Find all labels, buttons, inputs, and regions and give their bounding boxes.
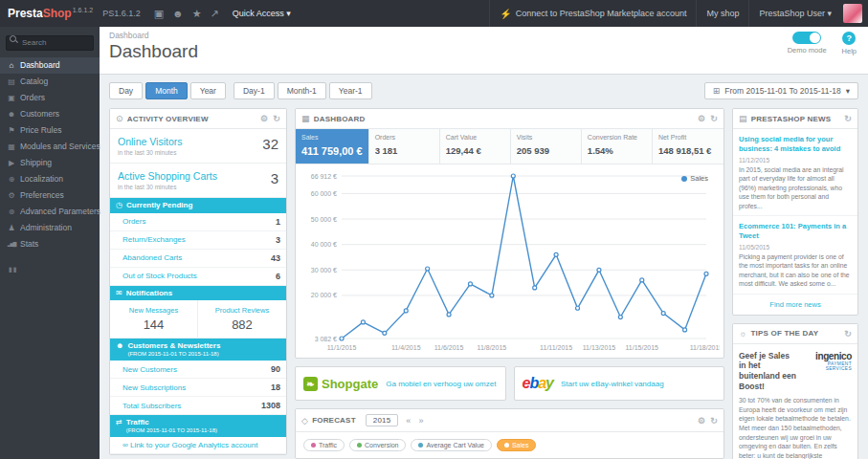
svg-text:66 912 €: 66 912 € <box>311 173 337 180</box>
refresh-icon[interactable]: ↻ <box>844 329 852 339</box>
active-carts-link[interactable]: Active Shopping Carts <box>118 170 217 182</box>
out-of-stock-link[interactable]: Out of Stock Products <box>122 272 197 280</box>
find-more-news-link[interactable]: Find more news <box>733 295 857 315</box>
total-subscribers-link[interactable]: Total Subscribers <box>122 402 181 410</box>
user-menu[interactable]: PrestaShop User ▾ <box>748 0 841 27</box>
star-icon[interactable]: ★ <box>192 8 202 20</box>
active-carts-stat: Active Shopping Carts in the last 30 min… <box>110 164 286 198</box>
new-messages-cell[interactable]: New Messages 144 <box>110 300 198 338</box>
catalog-icon: ▤ <box>7 77 16 86</box>
activity-icon: ⊙ <box>116 114 123 123</box>
abandoned-carts-link[interactable]: Abandoned Carts <box>122 253 182 262</box>
news-article: Using social media for your business: 4 … <box>733 129 857 216</box>
legend-label: Sales <box>690 174 708 183</box>
quick-access-dropdown[interactable]: Quick Access ▾ <box>233 9 291 18</box>
date-range-picker[interactable]: ⊞ From 2015-11-01 To 2015-11-18 ▾ <box>704 82 858 99</box>
kpi-orders[interactable]: Orders 3 181 <box>369 129 440 164</box>
logo-text-accent: Shop <box>43 7 72 20</box>
gear-icon[interactable]: ⚙ <box>698 416 705 426</box>
marketplace-link[interactable]: ⚡ Connect to PrestaShop Marketplace acco… <box>489 0 696 27</box>
traffic-subtitle: (FROM 2015-11-01 TO 2015-11-18) <box>126 427 217 434</box>
gear-icon[interactable]: ⚙ <box>260 114 268 123</box>
refresh-icon[interactable]: ↻ <box>844 114 852 123</box>
avatar[interactable] <box>843 4 862 23</box>
stats-arrow-icon[interactable]: ↗ <box>211 8 219 20</box>
new-subscriptions-link[interactable]: New Subscriptions <box>122 383 186 392</box>
forecast-chip-traffic[interactable]: Traffic <box>303 439 345 451</box>
sidebar-item-customers[interactable]: ☻ Customers <box>0 106 100 122</box>
localization-icon: ⊕ <box>7 175 16 184</box>
sidebar-item-preferences[interactable]: ⚙ Preferences <box>0 187 100 204</box>
sidebar-collapse-button[interactable]: ▮▮ <box>9 266 91 273</box>
kpi-conversion-rate[interactable]: Conversion Rate 1.54% <box>582 129 653 164</box>
period-month-button[interactable]: Month <box>145 82 188 99</box>
online-visitors-link[interactable]: Online Visitors <box>118 136 183 147</box>
shopgate-link[interactable]: Ga mobiel en verhoog uw omzet <box>386 380 496 388</box>
pending-returns-link[interactable]: Return/Exchanges <box>122 235 186 244</box>
sidebar-item-stats[interactable]: ▂▅▇ Stats <box>0 236 100 252</box>
person-icon[interactable]: ☻ <box>172 8 184 20</box>
refresh-icon[interactable]: ↻ <box>273 114 280 123</box>
svg-text:11/15/2015: 11/15/2015 <box>626 344 659 351</box>
my-shop-link[interactable]: My shop <box>696 0 748 27</box>
sales-dot-icon <box>504 443 509 448</box>
sidebar-item-label: Advanced Parameters <box>20 207 100 216</box>
sidebar-item-advanced-parameters[interactable]: ⊛ Advanced Parameters <box>0 204 100 220</box>
ingenico-brand: ingenico <box>802 351 852 361</box>
period-year-button[interactable]: Year <box>190 82 226 99</box>
pending-orders-link[interactable]: Orders <box>122 217 145 226</box>
logo-version-sup: 1.6.1.2 <box>73 7 93 13</box>
sidebar-item-catalog[interactable]: ▤ Catalog <box>0 74 100 90</box>
sidebar-item-shipping[interactable]: ▶ Shipping <box>0 155 100 171</box>
svg-text:3 082 €: 3 082 € <box>315 336 337 342</box>
period-month-1-button[interactable]: Month-1 <box>278 82 326 99</box>
version-label: PS1.6.1.2 <box>102 9 141 18</box>
sidebar-item-modules[interactable]: ▦ Modules and Services <box>0 139 100 155</box>
sidebar-item-orders[interactable]: ▣ Orders <box>0 90 100 106</box>
kpi-net-profit[interactable]: Net Profit 148 918,51 € <box>653 129 723 164</box>
traffic-dot-icon <box>311 443 316 448</box>
ebay-link[interactable]: Start uw eBay-winkel vandaag <box>561 380 664 388</box>
sidebar-item-localization[interactable]: ⊕ Localization <box>0 171 100 187</box>
news-article-title-link[interactable]: Ecommerce 101: Payments in a Tweet <box>739 222 852 241</box>
news-article-title-link[interactable]: Using social media for your business: 4 … <box>739 135 852 154</box>
modules-icon: ▦ <box>7 142 16 151</box>
shopgate-name: Shopgate <box>322 377 378 391</box>
kpi-cart-value[interactable]: Cart Value 129,44 € <box>440 129 511 164</box>
forecast-year-select[interactable]: 2015 <box>366 414 399 426</box>
period-day-button[interactable]: Day <box>109 82 143 99</box>
chart-legend[interactable]: Sales <box>681 174 708 183</box>
sidebar-item-label: Localization <box>20 174 63 184</box>
period-day-1-button[interactable]: Day-1 <box>234 82 275 99</box>
sidebar-item-dashboard[interactable]: ⌂ Dashboard <box>0 57 100 74</box>
cart-icon[interactable]: ▣ <box>154 8 164 20</box>
clock-icon: ◷ <box>116 201 122 210</box>
sales-line-chart: 66 912 €60 000 €50 000 €40 000 €30 000 €… <box>298 166 720 354</box>
traffic-icon: ⇄ <box>116 418 122 427</box>
refresh-icon[interactable]: ↻ <box>710 114 718 123</box>
refresh-icon[interactable]: ↻ <box>710 416 718 426</box>
sidebar-item-administration[interactable]: ♟ Administration <box>0 220 100 236</box>
new-customers-link[interactable]: New Customers <box>122 365 177 374</box>
kpi-sales[interactable]: Sales 411 759,00 € <box>296 129 369 164</box>
sidebar-item-price-rules[interactable]: ⚑ Price Rules <box>0 122 100 139</box>
help-label: Help <box>842 47 857 55</box>
breadcrumb[interactable]: Dashboard <box>109 31 858 40</box>
prestashop-logo[interactable]: PrestaShop1.6.1.2 <box>8 7 93 20</box>
demo-mode-label: Demo mode <box>788 46 827 55</box>
forecast-chip-conversion[interactable]: Conversion <box>349 439 406 451</box>
forecast-next-icon[interactable]: » <box>419 416 424 426</box>
demo-mode-toggle[interactable] <box>792 32 821 44</box>
forecast-chip-average-cart-value[interactable]: Average Cart Value <box>411 439 491 451</box>
period-year-1-button[interactable]: Year-1 <box>329 82 372 99</box>
sidebar-search-input[interactable] <box>6 35 94 51</box>
svg-text:11/4/2015: 11/4/2015 <box>391 344 421 351</box>
help-icon[interactable]: ? <box>842 32 856 45</box>
middle-column: ▦ DASHBOARD ⚙ ↻ Sales 411 759,00 € Order… <box>295 108 724 459</box>
forecast-chip-sales[interactable]: Sales <box>497 439 537 451</box>
product-reviews-cell[interactable]: Product Reviews 882 <box>198 300 286 338</box>
gear-icon[interactable]: ⚙ <box>698 114 705 123</box>
forecast-prev-icon[interactable]: « <box>406 416 411 426</box>
kpi-visits[interactable]: Visits 205 939 <box>511 129 582 164</box>
google-analytics-link[interactable]: ∞ Link to your Google Analytics account <box>122 441 257 449</box>
